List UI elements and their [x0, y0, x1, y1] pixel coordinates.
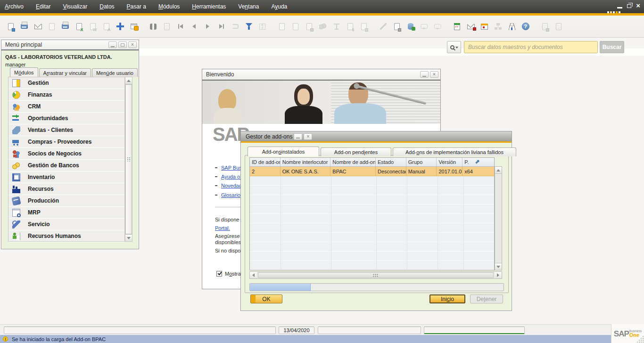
remarks-icon[interactable]	[417, 19, 431, 33]
print-icon[interactable]	[17, 19, 31, 33]
module-item-inventario[interactable]: Inventario	[8, 172, 124, 183]
minimize-icon[interactable]	[617, 7, 622, 8]
payment-calculator-icon[interactable]	[302, 19, 316, 33]
calendar-icon[interactable]	[478, 19, 491, 33]
find-icon[interactable]	[146, 19, 160, 33]
welcome-titlebar[interactable]: Bienvenido ×	[202, 69, 440, 80]
refresh-icon[interactable]	[228, 19, 242, 33]
menu-modulos[interactable]: Módulos	[158, 3, 180, 10]
module-item-mrp[interactable]: MRP	[8, 207, 124, 219]
addon-manager-titlebar[interactable]: Gestor de add-ons ×	[241, 131, 512, 141]
edit-chart-icon[interactable]	[376, 19, 390, 33]
next-record-icon[interactable]	[201, 19, 215, 33]
tab-menu-de-usuario[interactable]: Menú de usuario	[92, 68, 138, 77]
checkbox-checked-icon[interactable]	[216, 271, 222, 277]
menu-visualizar[interactable]: Visualizar	[63, 3, 87, 10]
module-item-crm[interactable]: CRM	[8, 101, 124, 113]
close-icon[interactable]: ×	[128, 41, 137, 48]
close-icon[interactable]: ×	[636, 2, 640, 9]
module-item-recursos-humanos[interactable]: Recursos Humanos	[8, 230, 124, 242]
scroll-down-icon[interactable]	[125, 234, 132, 241]
start-button[interactable]: Inicio	[429, 294, 465, 303]
addon-table-header[interactable]: ID de add-on Nombre interlocutor Nombre …	[250, 158, 494, 167]
last-record-icon[interactable]	[215, 19, 228, 33]
user-icon[interactable]	[505, 19, 519, 33]
database-tools-icon[interactable]	[404, 19, 417, 33]
minimize-icon[interactable]	[294, 133, 302, 140]
search-type-button[interactable]	[447, 41, 461, 53]
tab-arrastrar-y-vincular[interactable]: Arrastrar y vincular	[39, 68, 91, 77]
module-item-oportunidades[interactable]: Oportunidades	[8, 113, 124, 124]
menu-ventana[interactable]: Ventana	[238, 3, 259, 10]
first-record-icon[interactable]	[173, 19, 187, 33]
scrollbar-thumb[interactable]	[258, 272, 494, 278]
tab-addon-pendientes[interactable]: Add-on pendientes	[321, 147, 391, 156]
module-item-recursos[interactable]: Recursos	[8, 183, 124, 195]
maximize-icon[interactable]	[118, 41, 127, 48]
coins-icon[interactable]	[316, 19, 330, 33]
tab-modulos[interactable]: Módulos	[10, 67, 38, 77]
table-row[interactable]: 2 OK ONE S.A.S. BPAC Desconectado Manual…	[250, 167, 494, 176]
menu-ayuda[interactable]: Ayuda	[271, 3, 287, 10]
minimize-icon[interactable]	[420, 71, 429, 78]
ok-button[interactable]: OK	[250, 294, 282, 303]
tab-addons-instalados[interactable]: Add-ons instalados	[248, 147, 319, 156]
search-button[interactable]: Buscar	[600, 41, 624, 53]
table-horizontal-scrollbar[interactable]	[249, 271, 502, 279]
module-item-finanzas[interactable]: Finanzas	[8, 89, 124, 101]
sms-icon[interactable]	[45, 19, 58, 33]
restore-icon[interactable]	[627, 4, 631, 8]
move-icon[interactable]	[113, 19, 127, 33]
sort-icon[interactable]	[256, 19, 269, 33]
price-list-icon[interactable]	[343, 19, 357, 33]
scroll-up-icon[interactable]	[495, 167, 502, 174]
org-chart-icon[interactable]	[491, 19, 505, 33]
preview-icon[interactable]	[4, 19, 17, 33]
export-excel-icon[interactable]	[72, 19, 86, 33]
remarks-arrow-icon[interactable]	[431, 19, 445, 33]
email-icon[interactable]	[31, 19, 45, 33]
close-icon[interactable]: ×	[430, 71, 438, 78]
scroll-down-icon[interactable]	[495, 263, 502, 270]
scroll-right-icon[interactable]	[495, 272, 502, 278]
menu-pasar-a[interactable]: Pasar a	[127, 3, 146, 10]
activity-checklist-icon[interactable]	[450, 19, 464, 33]
link-glosario[interactable]: Glosario	[221, 192, 240, 198]
module-item-socios-de-negocios[interactable]: Socios de Negocios	[8, 148, 124, 160]
scrollbar-thumb[interactable]	[125, 84, 132, 234]
expand-grid-icon[interactable]: ⬈	[474, 158, 481, 165]
menu-archivo[interactable]: Archivo	[5, 3, 24, 10]
search-input[interactable]: Buscar datos maestros y documentos	[464, 41, 598, 53]
menu-datos[interactable]: Datos	[99, 3, 114, 10]
module-item-ventas-clientes[interactable]: Ventas - Clientes	[8, 124, 124, 136]
document-export-icon[interactable]	[552, 19, 565, 33]
scroll-left-icon[interactable]	[250, 272, 257, 278]
previous-record-icon[interactable]	[187, 19, 201, 33]
module-item-gestion-de-bancos[interactable]: Gestión de Bancos	[8, 160, 124, 172]
show-at-startup-checkbox[interactable]: Mostrar	[216, 271, 242, 277]
sap-mail-icon[interactable]	[464, 19, 478, 33]
stop-button[interactable]: Detener	[470, 294, 503, 303]
filter-icon[interactable]	[242, 19, 256, 33]
module-item-servicio[interactable]: Servicio	[8, 219, 124, 230]
copy-to-icon[interactable]	[289, 19, 302, 33]
document-search-icon[interactable]	[357, 19, 371, 33]
customization-tools-icon[interactable]	[538, 19, 552, 33]
link-portal[interactable]: Portal.	[215, 225, 230, 231]
close-icon[interactable]: ×	[304, 133, 312, 140]
scroll-up-icon[interactable]	[125, 77, 132, 84]
list-view-icon[interactable]	[160, 19, 173, 33]
export-word-icon[interactable]	[86, 19, 99, 33]
menu-herramientas[interactable]: Herramientas	[192, 3, 226, 10]
lock-screen-icon[interactable]	[127, 19, 140, 33]
main-menu-titlebar[interactable]: Menú principal ×	[1, 40, 139, 49]
export-pdf-icon[interactable]	[99, 19, 113, 33]
table-vertical-scrollbar[interactable]	[495, 166, 502, 270]
fax-icon[interactable]	[58, 19, 72, 33]
menu-editar[interactable]: Editar	[36, 3, 50, 10]
minimize-icon[interactable]	[108, 41, 117, 48]
module-list-scrollbar[interactable]	[125, 77, 132, 242]
document-settings-icon[interactable]	[390, 19, 404, 33]
scales-icon[interactable]	[330, 19, 343, 33]
module-item-gestion[interactable]: Gestión	[8, 77, 124, 89]
